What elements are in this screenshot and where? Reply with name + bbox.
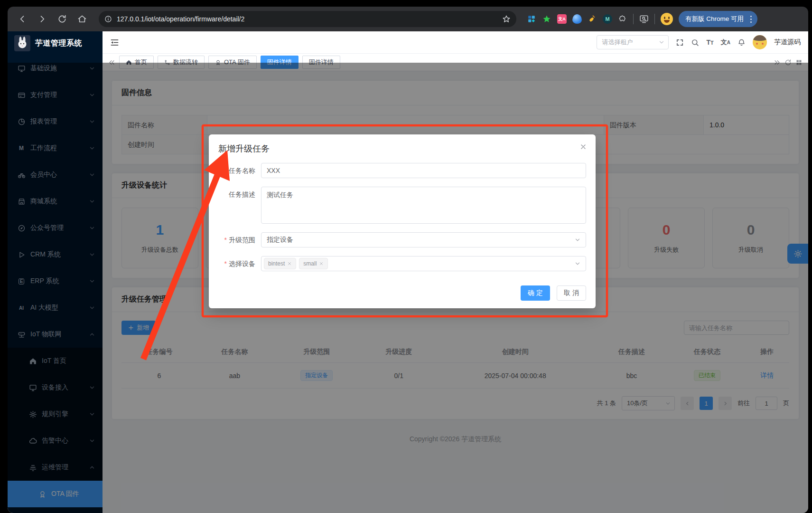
- fullscreen-icon[interactable]: [676, 38, 684, 47]
- device-tag-bintest[interactable]: bintest: [264, 258, 296, 269]
- username[interactable]: 芋道源码: [774, 38, 801, 47]
- topbar-controls: 请选择租户 TT 文A 芋道源码: [597, 35, 801, 49]
- device-multiselect[interactable]: bintest small: [261, 256, 586, 271]
- site-info-icon[interactable]: [104, 15, 112, 23]
- task-desc-textarea[interactable]: 测试任务: [261, 187, 586, 224]
- chevron-down-icon: [575, 261, 580, 266]
- brand-title: 芋道管理系统: [35, 38, 82, 48]
- extension-icon-star[interactable]: [542, 14, 551, 24]
- add-upgrade-task-dialog: 新增升级任务 任务名称 任务描述 测试任务 升级范围 指定设备: [209, 134, 596, 308]
- chrome-update-button[interactable]: 有新版 Chrome 可用: [679, 11, 757, 27]
- bookmark-star-icon[interactable]: [502, 15, 511, 23]
- extensions-row: 文A M 有新版 Chrome 可用: [525, 11, 759, 27]
- tenant-placeholder: 请选择租户: [602, 38, 659, 47]
- confirm-button[interactable]: 确 定: [521, 285, 550, 301]
- select-device-label: 选择设备: [218, 256, 255, 271]
- reload-button[interactable]: [54, 11, 70, 27]
- extensions-puzzle-icon[interactable]: [618, 14, 627, 24]
- chevron-down-icon: [575, 237, 580, 243]
- task-desc-label: 任务描述: [218, 187, 255, 202]
- extension-icon-lamp[interactable]: [572, 14, 582, 24]
- extension-icon-translate[interactable]: 文A: [557, 14, 567, 24]
- remove-tag-icon[interactable]: [319, 261, 324, 266]
- bell-icon[interactable]: [737, 38, 746, 47]
- locale-icon[interactable]: 文A: [721, 38, 730, 47]
- home-button[interactable]: [74, 11, 90, 27]
- extension-icon-grid[interactable]: [527, 14, 536, 24]
- brand: 芋道管理系统: [8, 31, 103, 55]
- cancel-button[interactable]: 取 消: [557, 285, 586, 301]
- chevron-down-icon: [659, 39, 664, 45]
- toolbar-divider: [633, 14, 634, 24]
- upgrade-scope-select[interactable]: 指定设备: [261, 232, 586, 247]
- upgrade-scope-label: 升级范围: [218, 232, 255, 247]
- chrome-update-label: 有新版 Chrome 可用: [685, 15, 744, 23]
- back-button[interactable]: [14, 11, 30, 27]
- url-text[interactable]: 127.0.0.1/iot/ota/operation/firmware/det…: [117, 15, 497, 23]
- font-size-icon[interactable]: TT: [706, 38, 713, 46]
- toolbar-divider: [654, 14, 655, 24]
- tenant-select[interactable]: 请选择租户: [597, 35, 669, 49]
- browser-window: 127.0.0.1/iot/ota/operation/firmware/det…: [8, 0, 808, 513]
- extension-icon-broom[interactable]: [588, 14, 597, 24]
- remove-tag-icon[interactable]: [287, 261, 292, 266]
- user-avatar[interactable]: [753, 35, 767, 49]
- forward-button[interactable]: [34, 11, 50, 27]
- device-tag-small[interactable]: small: [299, 258, 328, 269]
- app-shell: 芋道管理系统 基础设施 支付管理 报表管理 M工作流程 会员中心 商城系统 公众…: [8, 31, 808, 513]
- close-icon[interactable]: [579, 143, 587, 151]
- browser-menu-icon[interactable]: [747, 16, 755, 23]
- task-name-input[interactable]: [261, 163, 586, 178]
- task-name-label: 任务名称: [218, 163, 255, 178]
- dialog-title: 新增升级任务: [218, 144, 270, 153]
- app-topbar: 请选择租户 TT 文A 芋道源码: [103, 31, 808, 53]
- brand-logo: [14, 35, 30, 51]
- browser-toolbar: 127.0.0.1/iot/ota/operation/firmware/det…: [8, 7, 808, 31]
- search-icon[interactable]: [691, 38, 699, 47]
- menu-fold-icon[interactable]: [110, 38, 119, 47]
- screen-search-icon[interactable]: [639, 14, 649, 24]
- profile-avatar[interactable]: [661, 13, 673, 25]
- address-bar[interactable]: 127.0.0.1/iot/ota/operation/firmware/det…: [99, 11, 516, 27]
- extension-icon-m[interactable]: M: [603, 14, 612, 24]
